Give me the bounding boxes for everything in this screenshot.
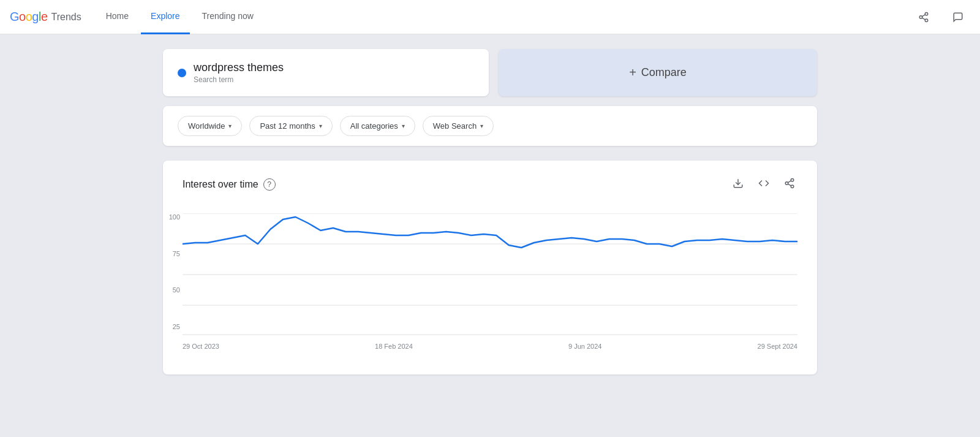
svg-point-7 [785,182,788,185]
chart-actions [730,175,797,194]
category-label: All categories [350,121,398,131]
svg-point-6 [791,179,794,182]
chart-header: Interest over time ? [183,175,797,194]
region-chevron: ▾ [228,123,232,129]
svg-point-2 [925,19,928,22]
y-label-75: 75 [163,250,180,257]
x-label-1: 29 Oct 2023 [183,343,219,350]
region-filter[interactable]: Worldwide ▾ [178,116,242,136]
svg-point-0 [925,12,928,15]
y-label-100: 100 [163,213,180,221]
nav-explore[interactable]: Explore [141,0,189,34]
y-label-25: 25 [163,323,180,330]
period-label: Past 12 months [260,121,315,131]
search-type-filter[interactable]: Web Search ▾ [423,116,494,136]
compare-plus-icon: + [629,66,636,80]
search-type-label: Search term [194,75,284,84]
chat-button[interactable] [946,5,970,29]
x-label-3: 9 Jun 2024 [568,343,601,350]
help-icon[interactable]: ? [263,178,276,191]
search-term-label: wordpress themes [194,61,284,74]
search-compare-row: wordpress themes Search term + Compare [163,49,817,96]
search-dot [178,69,186,77]
y-axis-labels: 100 75 50 25 [163,213,180,330]
svg-point-8 [791,185,794,188]
filters-card: Worldwide ▾ Past 12 months ▾ All categor… [163,106,817,146]
svg-point-1 [919,15,922,18]
x-label-2: 18 Feb 2024 [375,343,413,350]
category-filter[interactable]: All categories ▾ [340,116,415,136]
search-text-block: wordpress themes Search term [194,61,284,84]
period-chevron: ▾ [319,123,322,129]
trends-wordmark: Trends [51,12,81,23]
chart-title-row: Interest over time ? [183,178,276,191]
embed-button[interactable] [756,175,772,194]
svg-line-3 [922,18,925,20]
download-button[interactable] [730,175,746,194]
chart-svg [183,213,797,336]
search-type-filter-label: Web Search [433,121,477,131]
compare-label: Compare [641,66,687,79]
y-label-50: 50 [163,286,180,294]
category-chevron: ▾ [402,123,405,129]
main-nav: Home Explore Trending now [96,0,911,34]
nav-trending[interactable]: Trending now [192,0,263,34]
compare-card[interactable]: + Compare [499,49,817,96]
nav-home[interactable]: Home [96,0,138,34]
share-button[interactable] [911,5,936,29]
svg-line-9 [788,184,791,186]
google-wordmark: Google [10,10,48,24]
chart-card: Interest over time ? [163,161,817,374]
header: Google Trends Home Explore Trending now [0,0,980,34]
chart-share-button[interactable] [782,175,797,194]
svg-line-4 [922,14,925,16]
period-filter[interactable]: Past 12 months ▾ [249,116,332,136]
search-type-chevron: ▾ [480,123,483,129]
x-axis-labels: 29 Oct 2023 18 Feb 2024 9 Jun 2024 29 Se… [183,343,797,350]
search-term-card: wordpress themes Search term [163,49,489,96]
x-label-4: 29 Sept 2024 [758,343,797,350]
chart-title: Interest over time [183,179,258,190]
svg-line-10 [788,181,791,183]
chart-container: 100 75 50 25 29 Oct 2023 18 Feb 2024 9 J… [183,213,797,350]
region-label: Worldwide [188,121,225,131]
logo: Google Trends [10,10,81,24]
header-icons [911,5,970,29]
main-content: wordpress themes Search term + Compare W… [153,34,827,389]
